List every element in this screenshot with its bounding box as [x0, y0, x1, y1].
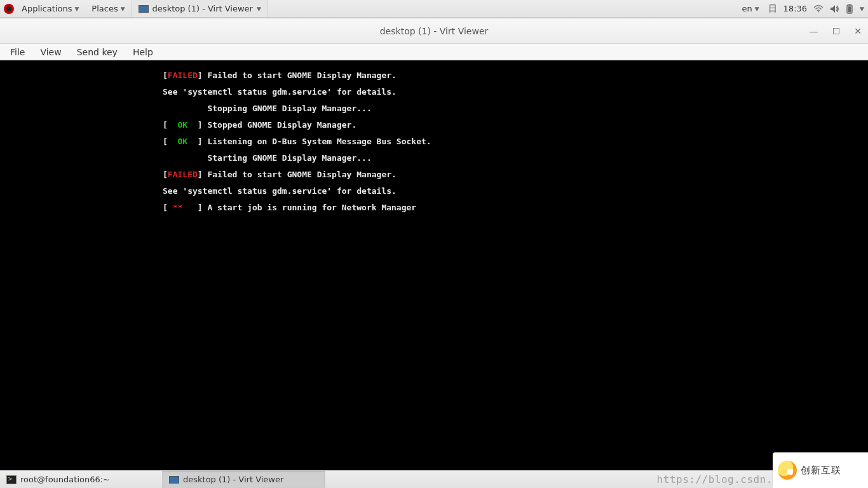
console-line: Starting GNOME Display Manager...	[163, 154, 868, 162]
svg-point-0	[818, 11, 819, 12]
status-ok: OK	[177, 137, 187, 146]
virt-viewer-window: desktop (1) - Virt Viewer — ☐ ✕ File Vie…	[0, 18, 868, 470]
panel-window-button[interactable]: desktop (1) - Virt Viewer ▼	[132, 0, 268, 17]
menu-view[interactable]: View	[34, 46, 67, 58]
menu-file[interactable]: File	[4, 46, 31, 58]
lang-label: en	[742, 4, 752, 13]
svg-rect-3	[848, 6, 851, 13]
chevron-down-icon: ▼	[257, 6, 261, 12]
volume-icon[interactable]	[830, 4, 839, 13]
watermark-text: https://blog.csdn.	[657, 473, 773, 485]
calendar-day[interactable]: 日	[768, 3, 777, 15]
input-language-indicator[interactable]: en ▼	[739, 0, 761, 17]
window-title: desktop (1) - Virt Viewer	[380, 26, 489, 36]
panel-window-label: desktop (1) - Virt Viewer	[153, 4, 253, 13]
console-line: ] Failed to start GNOME Display Manager.	[198, 71, 397, 80]
chevron-down-icon: ▼	[74, 6, 79, 12]
console-line: ] Failed to start GNOME Display Manager.	[198, 170, 397, 179]
console-line: ] Stopped GNOME Display Manager.	[198, 120, 356, 130]
clock[interactable]: 18:36	[783, 4, 807, 13]
display-icon	[139, 5, 149, 13]
system-menu-chevron-icon[interactable]: ▼	[860, 6, 864, 12]
svg-rect-2	[849, 4, 851, 5]
gnome-bottom-panel: root@foundation66:~ desktop (1) - Virt V…	[0, 470, 868, 488]
brand-logo-icon	[778, 461, 797, 480]
console-line: See 'systemctl status gdm.service' for d…	[163, 187, 868, 195]
taskbar-label: root@foundation66:~	[20, 475, 110, 484]
display-icon	[169, 476, 179, 484]
console-line: Stopping GNOME Display Manager...	[163, 104, 868, 112]
taskbar-item-virt-viewer[interactable]: desktop (1) - Virt Viewer	[163, 471, 325, 488]
taskbar-label: desktop (1) - Virt Viewer	[183, 475, 283, 484]
chevron-down-icon: ▼	[755, 6, 759, 12]
status-failed: FAILED	[168, 71, 198, 80]
console-line: ] A start job is running for Network Man…	[198, 203, 416, 212]
status-failed: FAILED	[168, 170, 198, 179]
gnome-top-panel: Applications ▼ Places ▼ desktop (1) - Vi…	[0, 0, 868, 18]
brand-text: 创新互联	[801, 464, 841, 477]
terminal-icon	[6, 475, 17, 484]
taskbar-item-terminal[interactable]: root@foundation66:~	[0, 471, 163, 488]
status-ok: OK	[177, 120, 187, 130]
window-close-button[interactable]: ✕	[851, 24, 864, 39]
brand-badge: 创新互联	[773, 452, 868, 488]
console-line: ] Listening on D-Bus System Message Bus …	[198, 137, 431, 146]
window-maximize-button[interactable]: ☐	[830, 24, 843, 39]
window-titlebar[interactable]: desktop (1) - Virt Viewer — ☐ ✕	[0, 18, 868, 44]
menu-sendkey[interactable]: Send key	[71, 46, 124, 58]
vm-console[interactable]: [FAILED] Failed to start GNOME Display M…	[0, 60, 868, 470]
menu-help[interactable]: Help	[126, 46, 159, 58]
wifi-icon[interactable]	[813, 5, 824, 13]
window-menubar: File View Send key Help	[0, 44, 868, 60]
battery-icon[interactable]	[846, 4, 853, 14]
applications-menu[interactable]: Applications ▼	[15, 0, 85, 17]
window-minimize-button[interactable]: —	[807, 24, 821, 39]
distro-logo-icon	[4, 4, 14, 14]
console-line: See 'systemctl status gdm.service' for d…	[163, 88, 868, 96]
places-menu[interactable]: Places ▼	[85, 0, 131, 17]
places-label: Places	[92, 4, 118, 13]
chevron-down-icon: ▼	[121, 6, 125, 12]
applications-label: Applications	[22, 4, 72, 13]
status-spinner: **	[173, 203, 183, 212]
